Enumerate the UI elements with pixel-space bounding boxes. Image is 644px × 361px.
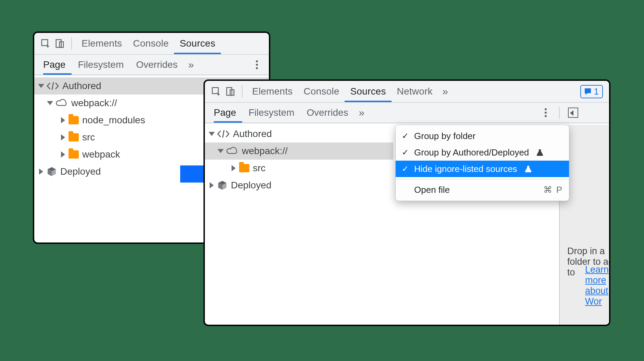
svg-point-5 <box>256 67 258 69</box>
flask-icon <box>536 149 543 156</box>
learn-more-link[interactable]: Learn more about Wor <box>585 264 609 307</box>
cloud-icon <box>226 147 238 155</box>
chevron-down-icon <box>209 132 215 136</box>
file-tree: Authored webpack:// src <box>205 123 393 194</box>
tree-label: src <box>82 132 95 143</box>
cube-icon <box>47 166 57 177</box>
kebab-menu-icon[interactable] <box>250 58 264 72</box>
cloud-icon <box>55 99 68 108</box>
tree-label: webpack:// <box>71 98 117 109</box>
check-icon: ✓ <box>402 131 409 141</box>
folder-icon <box>69 116 79 124</box>
flask-icon <box>525 165 532 173</box>
chevron-down-icon <box>47 101 53 105</box>
main-tabbar: Elements Console Sources Network » 1 <box>205 81 609 103</box>
tab-elements[interactable]: Elements <box>247 81 298 102</box>
folder-icon <box>239 164 249 172</box>
messages-badge[interactable]: 1 <box>580 85 603 98</box>
menu-item-hide-ignore-listed[interactable]: ✓ Hide ignore-listed sources <box>396 161 569 177</box>
tree-label: Authored <box>62 80 101 91</box>
code-brackets-icon <box>217 129 230 138</box>
folder-icon <box>69 133 79 141</box>
tree-label: Authored <box>233 128 272 139</box>
chevron-double-right-icon[interactable]: » <box>438 84 453 99</box>
chevron-double-right-icon[interactable]: » <box>355 105 369 120</box>
chevron-double-right-icon[interactable]: » <box>184 58 198 72</box>
check-icon: ✓ <box>402 164 409 174</box>
menu-separator <box>396 179 569 179</box>
chevron-right-icon <box>39 169 43 175</box>
separator <box>71 37 72 50</box>
device-toggle-icon[interactable] <box>223 84 238 99</box>
folder-icon <box>69 150 79 159</box>
chevron-right-icon <box>61 117 65 123</box>
code-brackets-icon <box>47 82 59 90</box>
chevron-down-icon <box>218 149 224 153</box>
tree-label: Deployed <box>60 166 101 177</box>
menu-item-group-by-folder[interactable]: ✓ Group by folder <box>396 128 569 144</box>
menu-shortcut: ⌘ P <box>543 185 563 195</box>
tab-network[interactable]: Network <box>392 81 438 102</box>
chevron-right-icon <box>232 165 236 171</box>
subtab-page[interactable]: Page <box>43 55 72 75</box>
tree-webpack[interactable]: webpack:// <box>205 142 393 160</box>
menu-item-group-by-authored-deployed[interactable]: ✓ Group by Authored/Deployed <box>396 144 569 161</box>
chevron-right-icon <box>61 151 65 158</box>
cube-icon <box>217 180 227 190</box>
svg-point-11 <box>545 115 547 117</box>
separator <box>242 85 243 98</box>
svg-point-9 <box>545 108 547 110</box>
tree-folder-src[interactable]: src <box>205 160 393 177</box>
tree-label: webpack:// <box>242 146 288 157</box>
tab-elements[interactable]: Elements <box>76 33 127 54</box>
subtab-overrides[interactable]: Overrides <box>300 103 354 123</box>
devtools-window-after: Elements Console Sources Network » 1 Pag… <box>203 79 610 326</box>
tree-deployed[interactable]: Deployed <box>205 177 393 194</box>
menu-item-label: Open file <box>414 185 450 195</box>
menu-item-label: Group by folder <box>414 131 475 141</box>
svg-point-4 <box>256 64 258 66</box>
separator <box>559 107 560 119</box>
sources-subtabbar: Page Filesystem Overrides » <box>34 55 269 75</box>
subtab-page[interactable]: Page <box>214 103 242 123</box>
tree-label: Deployed <box>231 180 271 191</box>
chevron-right-icon <box>61 134 65 140</box>
inspect-icon[interactable] <box>209 84 223 99</box>
context-menu: ✓ Group by folder ✓ Group by Authored/De… <box>395 125 569 201</box>
svg-point-10 <box>545 112 547 114</box>
device-toggle-icon[interactable] <box>53 36 67 51</box>
collapse-pane-icon[interactable] <box>566 105 580 120</box>
subtab-filesystem[interactable]: Filesystem <box>72 55 130 75</box>
tab-sources[interactable]: Sources <box>174 33 221 54</box>
tab-console[interactable]: Console <box>127 33 174 54</box>
subtab-filesystem[interactable]: Filesystem <box>242 103 300 123</box>
svg-point-3 <box>256 60 258 62</box>
tab-console[interactable]: Console <box>298 81 345 102</box>
svg-rect-7 <box>227 88 232 96</box>
kebab-menu-icon[interactable] <box>538 105 553 120</box>
menu-item-label: Group by Authored/Deployed <box>414 147 529 158</box>
check-icon: ✓ <box>402 148 409 157</box>
messages-count: 1 <box>594 86 599 97</box>
inspect-icon[interactable] <box>38 36 53 51</box>
menu-item-open-file[interactable]: Open file ⌘ P <box>396 182 569 198</box>
tree-label: node_modules <box>82 115 145 126</box>
tree-label: src <box>253 163 265 174</box>
tab-sources[interactable]: Sources <box>345 81 391 102</box>
tree-authored[interactable]: Authored <box>205 125 393 142</box>
main-tabbar: Elements Console Sources <box>34 33 269 55</box>
chevron-right-icon <box>210 182 214 188</box>
menu-item-label: Hide ignore-listed sources <box>414 164 517 174</box>
chevron-down-icon <box>38 84 44 88</box>
subtab-overrides[interactable]: Overrides <box>130 55 184 75</box>
svg-rect-1 <box>56 40 61 48</box>
tree-label: webpack <box>82 149 120 160</box>
sources-subtabbar: Page Filesystem Overrides » <box>205 103 609 123</box>
